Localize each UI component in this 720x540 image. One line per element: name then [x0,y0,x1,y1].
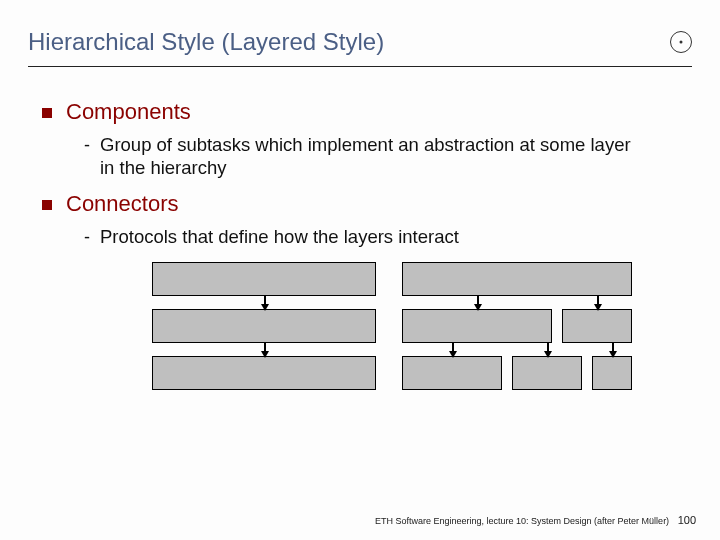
arrow-icon [612,342,614,357]
right-layer-stack [402,262,632,390]
content-area: Components - Group of subtasks which imp… [0,67,720,390]
bullet-connectors: Connectors [42,191,692,217]
eth-logo-icon [670,31,692,53]
layer-box [592,356,632,390]
page-number: 100 [678,514,696,526]
layer-box [402,309,552,343]
footer-text: ETH Software Engineering, lecture 10: Sy… [375,516,669,526]
left-layer-stack [152,262,376,390]
layer-box [512,356,582,390]
square-bullet-icon [42,108,52,118]
subitem-connectors: - Protocols that define how the layers i… [84,225,692,248]
bullet-heading: Components [66,99,191,125]
layer-box [152,262,376,296]
bullet-heading: Connectors [66,191,179,217]
arrow-icon [547,342,549,357]
dash-bullet-icon: - [84,135,90,156]
arrow-icon [264,342,266,357]
arrow-icon [452,342,454,357]
arrow-icon [597,295,599,310]
layer-box [152,356,376,390]
layer-box [402,262,632,296]
layer-box [152,309,376,343]
dash-bullet-icon: - [84,227,90,248]
subitem-text: Group of subtasks which implement an abs… [100,133,650,179]
arrow-icon [264,295,266,310]
layer-box [562,309,632,343]
layer-diagrams [42,262,692,390]
subitem-components: - Group of subtasks which implement an a… [84,133,692,179]
bullet-components: Components [42,99,692,125]
layer-box [402,356,502,390]
slide-title: Hierarchical Style (Layered Style) [28,28,384,56]
square-bullet-icon [42,200,52,210]
footer: ETH Software Engineering, lecture 10: Sy… [375,514,696,526]
subitem-text: Protocols that define how the layers int… [100,225,459,248]
arrow-icon [477,295,479,310]
